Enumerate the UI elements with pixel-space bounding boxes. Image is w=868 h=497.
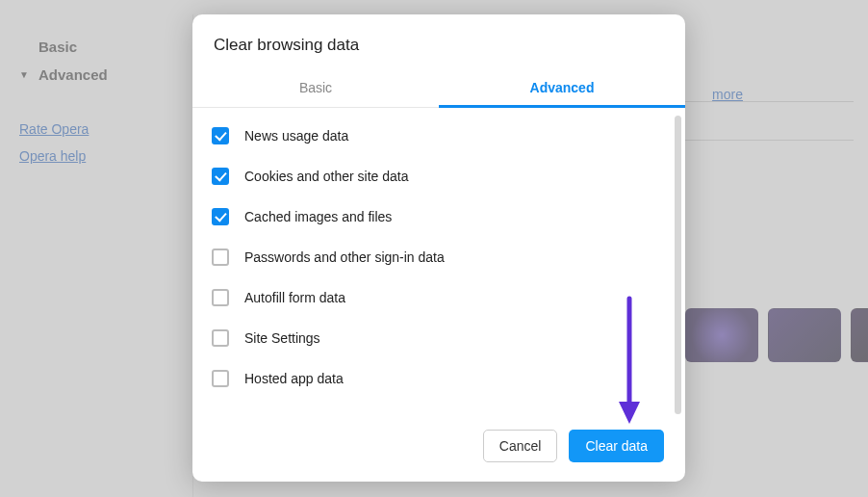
checkbox-passwords[interactable] xyxy=(212,248,229,266)
checkbox-hosted-app[interactable] xyxy=(212,370,229,387)
checkbox-news-usage[interactable] xyxy=(212,127,229,144)
option-label: News usage data xyxy=(244,128,348,144)
option-label: Autofill form data xyxy=(244,290,345,305)
option-news-usage: News usage data xyxy=(208,116,670,156)
option-passwords: Passwords and other sign-in data xyxy=(208,237,670,277)
clear-browsing-data-dialog: Clear browsing data Basic Advanced News … xyxy=(192,14,685,482)
dialog-title: Clear browsing data xyxy=(192,14,685,70)
tab-advanced[interactable]: Advanced xyxy=(439,70,685,107)
checkbox-autofill[interactable] xyxy=(212,289,229,306)
clear-data-button[interactable]: Clear data xyxy=(569,430,664,462)
option-label: Site Settings xyxy=(244,330,320,346)
option-label: Cached images and files xyxy=(244,209,392,224)
option-autofill: Autofill form data xyxy=(208,277,670,318)
option-label: Passwords and other sign-in data xyxy=(244,249,445,265)
option-label: Hosted app data xyxy=(244,371,344,386)
cancel-button[interactable]: Cancel xyxy=(483,430,558,462)
option-label: Cookies and other site data xyxy=(244,169,408,184)
scrollbar-thumb[interactable] xyxy=(675,116,681,414)
option-site-settings: Site Settings xyxy=(208,318,670,358)
dialog-tabs: Basic Advanced xyxy=(192,70,685,108)
dialog-body: News usage data Cookies and other site d… xyxy=(192,108,685,416)
option-hosted-app: Hosted app data xyxy=(208,358,670,399)
tab-basic[interactable]: Basic xyxy=(192,70,439,107)
checkbox-cookies[interactable] xyxy=(212,168,229,185)
checkbox-cached[interactable] xyxy=(212,208,229,225)
dialog-footer: Cancel Clear data xyxy=(192,416,685,482)
checkbox-site-settings[interactable] xyxy=(212,329,229,347)
option-cookies: Cookies and other site data xyxy=(208,156,670,196)
option-cached: Cached images and files xyxy=(208,196,670,237)
